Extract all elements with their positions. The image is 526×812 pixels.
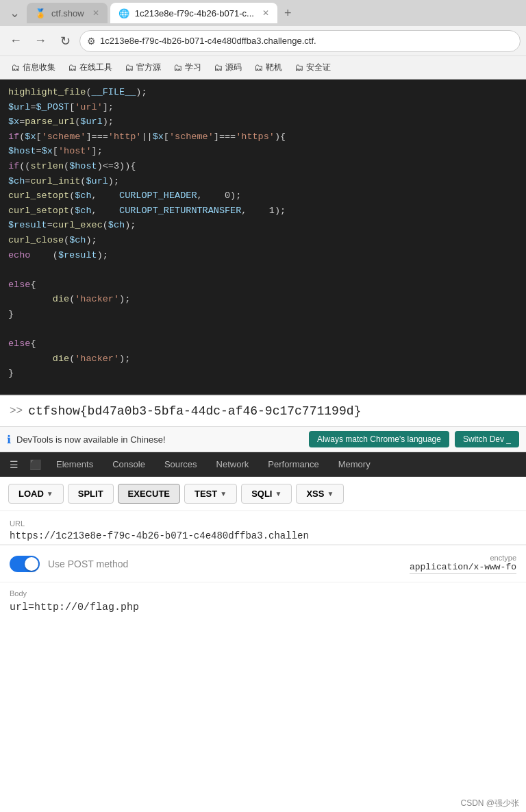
code-line-2: $url=$_POST['url']; xyxy=(8,100,518,115)
tab-list-button[interactable]: ⌄ xyxy=(5,5,24,21)
body-section: Body url=http://0/flag.php xyxy=(0,582,526,620)
bookmark-security[interactable]: 🗂 安全证 xyxy=(289,59,336,76)
tab-performance[interactable]: Performance xyxy=(258,452,328,477)
load-arrow-icon: ▼ xyxy=(47,490,53,497)
code-line-1: highlight_file(__FILE__); xyxy=(8,85,518,100)
code-line-12: echo ($result); xyxy=(8,248,518,263)
load-button[interactable]: LOAD ▼ xyxy=(8,484,64,504)
tab-ctfshow[interactable]: 🏅 ctf.show ✕ xyxy=(27,3,108,23)
url-value: https://1c213e8e-f79c-4b26-b071-c4e480df… xyxy=(10,530,516,541)
toggle-thumb xyxy=(25,557,38,571)
execute-label: EXECUTE xyxy=(128,489,170,499)
notification-text: DevTools is now available in Chinese! xyxy=(16,434,303,445)
page-footer: CSDN @强少张 xyxy=(453,795,526,812)
code-line-19: die('hacker'); xyxy=(8,352,518,367)
bookmarks-bar: 🗂 信息收集 🗂 在线工具 🗂 官方源 🗂 学习 🗂 源码 🗂 靶机 🗂 安全证 xyxy=(0,56,526,79)
code-line-3: $x=parse_url($url); xyxy=(8,114,518,130)
always-match-button[interactable]: Always match Chrome's language xyxy=(309,431,449,447)
code-line-10: $result=curl_exec($ch); xyxy=(8,218,518,233)
code-line-11: curl_close($ch); xyxy=(8,233,518,248)
sqli-label: SQLI xyxy=(251,489,272,499)
flag-value: ctfshow{bd47a0b3-5bfa-44dc-af46-9c17c771… xyxy=(28,404,361,418)
bookmark-label-1: 信息收集 xyxy=(23,62,55,73)
nav-bar: ← → ↻ ⚙ 1c213e8e-f79c-4b26-b071-c4e480df… xyxy=(0,26,526,56)
address-text: 1c213e8e-f79c-4b26-b071-c4e480dffba3.cha… xyxy=(100,36,316,46)
bookmark-target[interactable]: 🗂 靶机 xyxy=(249,59,288,76)
folder-icon-1: 🗂 xyxy=(11,62,20,73)
switch-devtools-button[interactable]: Switch Dev _ xyxy=(455,431,519,447)
tab2-label: 1c213e8e-f79c-4b26-b071-c... xyxy=(135,8,254,19)
folder-icon-3: 🗂 xyxy=(125,62,134,73)
code-display: highlight_file(__FILE__); $url=$_POST['u… xyxy=(0,79,526,395)
code-line-8: curl_setopt($ch, CURLOPT_HEADER, 0); xyxy=(8,188,518,204)
tab1-close[interactable]: ✕ xyxy=(92,8,99,18)
split-label: SPLIT xyxy=(78,489,103,499)
bookmark-online-tools[interactable]: 🗂 在线工具 xyxy=(62,59,118,76)
code-line-5: $host=$x['host']; xyxy=(8,144,518,159)
execute-button[interactable]: EXECUTE xyxy=(118,484,180,504)
code-line-6: if((strlen($host)<=3)){ xyxy=(8,159,518,174)
tab-elements[interactable]: Elements xyxy=(47,452,103,477)
tool-toolbar: LOAD ▼ SPLIT EXECUTE TEST ▼ SQLI ▼ XSS ▼ xyxy=(0,477,526,511)
xss-arrow-icon: ▼ xyxy=(327,490,334,497)
secure-icon: ⚙ xyxy=(87,36,96,47)
address-bar[interactable]: ⚙ 1c213e8e-f79c-4b26-b071-c4e480dffba3.c… xyxy=(79,30,521,52)
elements-icon[interactable]: ☰ xyxy=(4,459,24,470)
code-line-17 xyxy=(8,322,518,337)
bookmark-label-3: 官方源 xyxy=(136,62,161,73)
split-button[interactable]: SPLIT xyxy=(68,484,114,504)
devtools-notification-bar: ℹ DevTools is now available in Chinese! … xyxy=(0,426,526,452)
code-line-16: } xyxy=(8,307,518,322)
info-icon: ℹ xyxy=(7,433,11,446)
tab1-icon: 🏅 xyxy=(35,8,46,19)
bookmark-label-6: 靶机 xyxy=(266,62,282,73)
forward-button[interactable]: → xyxy=(30,31,51,51)
sqli-arrow-icon: ▼ xyxy=(275,490,281,497)
folder-icon-6: 🗂 xyxy=(254,62,263,73)
test-button[interactable]: TEST ▼ xyxy=(184,484,237,504)
post-toggle[interactable] xyxy=(10,556,40,572)
flag-prompt: >> xyxy=(10,405,23,417)
browser-chrome: ⌄ 🏅 ctf.show ✕ 🌐 1c213e8e-f79c-4b26-b071… xyxy=(0,0,526,79)
bookmark-learn[interactable]: 🗂 学习 xyxy=(168,59,207,76)
post-method-label: Use POST method xyxy=(48,558,128,569)
tab2-close[interactable]: ✕ xyxy=(262,8,269,18)
tab-sources[interactable]: Sources xyxy=(155,452,207,477)
xss-label: XSS xyxy=(306,489,324,499)
new-tab-button[interactable]: + xyxy=(280,6,296,21)
test-label: TEST xyxy=(195,489,217,499)
body-value: url=http://0/flag.php xyxy=(10,602,516,613)
bookmark-label-7: 安全证 xyxy=(306,62,331,73)
bookmark-label-2: 在线工具 xyxy=(79,62,112,73)
code-line-9: curl_setopt($ch, CURLOPT_RETURNTRANSFER,… xyxy=(8,204,518,219)
code-line-20: } xyxy=(8,366,518,381)
xss-button[interactable]: XSS ▼ xyxy=(296,484,344,504)
url-section: URL https://1c213e8e-f79c-4b26-b071-c4e4… xyxy=(0,511,526,544)
reload-button[interactable]: ↻ xyxy=(55,31,75,51)
sqli-button[interactable]: SQLI ▼ xyxy=(241,484,292,504)
bookmark-info-collect[interactable]: 🗂 信息收集 xyxy=(5,59,61,76)
tab-console[interactable]: Console xyxy=(103,452,155,477)
back-button[interactable]: ← xyxy=(5,31,26,51)
inspector-icon[interactable]: ⬛ xyxy=(24,459,47,470)
tab-challenge[interactable]: 🌐 1c213e8e-f79c-4b26-b071-c... ✕ xyxy=(110,3,277,23)
bookmark-official[interactable]: 🗂 官方源 xyxy=(119,59,166,76)
bookmark-label-5: 源码 xyxy=(225,62,242,73)
code-line-14: else{ xyxy=(8,278,518,293)
tab-network[interactable]: Network xyxy=(207,452,259,477)
enctype-value: application/x-www-fo xyxy=(410,562,516,574)
folder-icon-5: 🗂 xyxy=(214,62,223,73)
bookmark-source[interactable]: 🗂 源码 xyxy=(208,59,247,76)
code-line-15: die('hacker'); xyxy=(8,292,518,307)
folder-icon-4: 🗂 xyxy=(173,62,182,73)
tab1-label: ctf.show xyxy=(51,8,84,19)
code-line-13 xyxy=(8,262,518,278)
tab-bar: ⌄ 🏅 ctf.show ✕ 🌐 1c213e8e-f79c-4b26-b071… xyxy=(0,0,526,26)
body-label: Body xyxy=(10,589,516,598)
enctype-label: enctype xyxy=(410,554,516,562)
folder-icon-2: 🗂 xyxy=(68,62,77,73)
footer-text: CSDN @强少张 xyxy=(460,798,519,808)
tab-memory[interactable]: Memory xyxy=(329,452,380,477)
code-line-4: if($x['scheme']==='http'||$x['scheme']==… xyxy=(8,130,518,145)
load-label: LOAD xyxy=(18,489,44,499)
